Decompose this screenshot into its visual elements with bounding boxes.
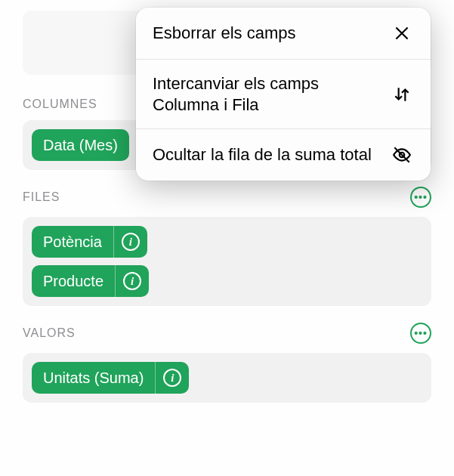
rows-title: FILES bbox=[23, 190, 60, 204]
close-icon bbox=[390, 21, 414, 45]
values-section: VALORS ••• Unitats (Suma) i bbox=[23, 323, 431, 403]
field-chip-data-mes[interactable]: Data (Mes) bbox=[32, 129, 129, 161]
values-body: Unitats (Suma) i bbox=[23, 353, 431, 403]
info-icon: i bbox=[123, 272, 141, 290]
field-chip-producte[interactable]: Producte i bbox=[32, 265, 149, 297]
values-title: VALORS bbox=[23, 326, 76, 340]
rows-body: Potència i Producte i bbox=[23, 217, 431, 306]
clear-fields-item[interactable]: Esborrar els camps bbox=[136, 8, 431, 59]
swap-vertical-icon bbox=[390, 82, 414, 107]
more-icon: ••• bbox=[414, 327, 428, 339]
chip-info-button[interactable]: i bbox=[114, 226, 147, 258]
field-chip-unitats[interactable]: Unitats (Suma) i bbox=[32, 362, 189, 394]
info-icon: i bbox=[122, 233, 140, 251]
chip-label: Producte bbox=[32, 265, 115, 297]
info-icon: i bbox=[163, 369, 181, 387]
chip-label: Potència bbox=[32, 226, 113, 258]
rows-section: FILES ••• Potència i Producte i bbox=[23, 187, 431, 306]
more-icon: ••• bbox=[414, 191, 428, 203]
chip-label: Unitats (Suma) bbox=[32, 362, 155, 394]
values-more-button[interactable]: ••• bbox=[410, 323, 431, 344]
eye-off-icon bbox=[390, 143, 414, 167]
swap-fields-label: Intercanviar els camps Columna i Fila bbox=[153, 73, 379, 115]
field-chip-potencia[interactable]: Potència i bbox=[32, 226, 147, 258]
hide-total-item[interactable]: Ocultar la fila de la suma total bbox=[136, 128, 431, 181]
chip-info-button[interactable]: i bbox=[156, 362, 189, 394]
chip-info-button[interactable]: i bbox=[116, 265, 149, 297]
chip-label: Data (Mes) bbox=[32, 129, 129, 161]
swap-fields-item[interactable]: Intercanviar els camps Columna i Fila bbox=[136, 59, 431, 128]
columns-title: COLUMNES bbox=[23, 97, 97, 111]
clear-fields-label: Esborrar els camps bbox=[153, 23, 379, 44]
rows-more-button[interactable]: ••• bbox=[410, 187, 431, 208]
options-popover: Esborrar els camps Intercanviar els camp… bbox=[136, 8, 431, 181]
hide-total-label: Ocultar la fila de la suma total bbox=[153, 144, 379, 165]
